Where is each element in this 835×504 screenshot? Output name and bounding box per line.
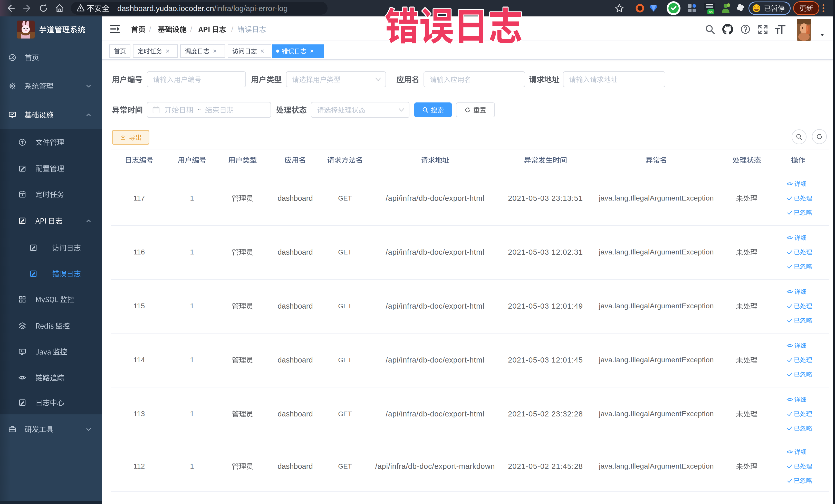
svg-text:on: on [709, 10, 713, 14]
